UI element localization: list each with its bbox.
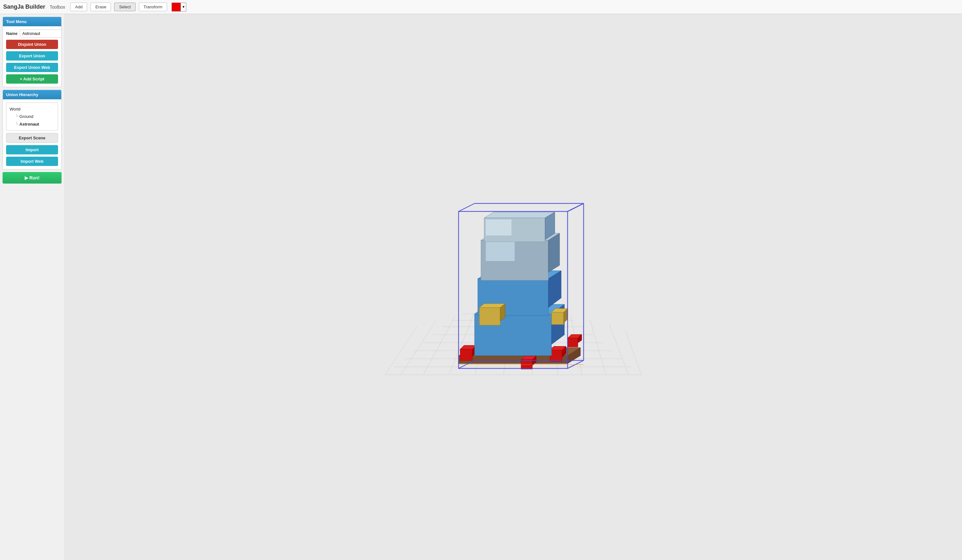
add-script-button[interactable]: + Add Script bbox=[6, 74, 58, 84]
svg-line-19 bbox=[609, 324, 628, 375]
union-hierarchy-panel: Union Hierarchy World └ Ground └ Astrona… bbox=[3, 90, 61, 169]
tree-connector-astronaut: └ bbox=[15, 121, 18, 128]
name-input[interactable] bbox=[20, 29, 61, 37]
tree-world[interactable]: World bbox=[10, 105, 55, 113]
export-scene-button[interactable]: Export Scene bbox=[6, 133, 58, 143]
union-hierarchy-header: Union Hierarchy bbox=[3, 90, 61, 99]
svg-rect-27 bbox=[550, 350, 562, 361]
color-picker[interactable]: ▼ bbox=[171, 3, 186, 11]
side-pack bbox=[552, 309, 568, 325]
svg-rect-30 bbox=[568, 338, 578, 347]
svg-rect-42 bbox=[479, 307, 500, 325]
svg-rect-24 bbox=[460, 349, 472, 360]
app-title: SangJa Builder bbox=[3, 3, 45, 10]
svg-marker-50 bbox=[548, 233, 560, 272]
tree-children: └ Ground └ Astronaut bbox=[10, 113, 55, 128]
run-button[interactable]: ▶ Run! bbox=[3, 172, 61, 183]
tree-connector-ground: └ bbox=[15, 113, 18, 120]
red-cube-br bbox=[568, 335, 582, 347]
svg-marker-52 bbox=[484, 212, 555, 218]
header: SangJa Builder Toolbox Add Erase Select … bbox=[0, 0, 962, 14]
disjoint-union-button[interactable]: Disjoint Union bbox=[6, 40, 58, 49]
svg-line-9 bbox=[385, 327, 417, 375]
svg-line-10 bbox=[401, 320, 436, 375]
import-button[interactable]: Import bbox=[6, 145, 58, 154]
tool-menu-body: Name Disjoint Union Export Union Export … bbox=[3, 26, 61, 87]
export-union-button[interactable]: Export Union bbox=[6, 51, 58, 61]
tool-menu-header: Tool Menu bbox=[3, 17, 61, 26]
svg-rect-55 bbox=[486, 242, 515, 261]
tree-item-astronaut[interactable]: └ Astronaut bbox=[15, 121, 55, 128]
select-button[interactable]: Select bbox=[114, 3, 135, 11]
main-layout: Tool Menu Name Disjoint Union Export Uni… bbox=[0, 14, 962, 560]
tree-ground-label: Ground bbox=[19, 113, 33, 120]
add-button[interactable]: Add bbox=[70, 3, 87, 11]
tree-item-ground[interactable]: └ Ground bbox=[15, 113, 55, 120]
import-web-button[interactable]: Import Web bbox=[6, 157, 58, 166]
toolbox-label: Toolbox bbox=[50, 5, 65, 10]
svg-line-20 bbox=[625, 330, 641, 375]
viewport[interactable] bbox=[64, 14, 962, 560]
svg-line-12 bbox=[449, 312, 475, 375]
svg-line-57 bbox=[458, 203, 475, 211]
name-label: Name bbox=[6, 31, 17, 36]
name-row: Name bbox=[6, 29, 58, 37]
sidebar: Tool Menu Name Disjoint Union Export Uni… bbox=[0, 14, 64, 560]
svg-rect-54 bbox=[486, 219, 512, 235]
erase-button[interactable]: Erase bbox=[90, 3, 111, 11]
union-hierarchy-body: World └ Ground └ Astronaut Export Scene … bbox=[3, 99, 61, 169]
tree-astronaut-label: Astronaut bbox=[19, 121, 39, 128]
svg-line-18 bbox=[590, 320, 606, 375]
scene-svg bbox=[369, 189, 657, 407]
svg-line-60 bbox=[568, 203, 584, 211]
hierarchy-tree: World └ Ground └ Astronaut bbox=[6, 103, 58, 131]
tool-menu-panel: Tool Menu Name Disjoint Union Export Uni… bbox=[3, 17, 61, 87]
svg-line-11 bbox=[423, 315, 455, 375]
color-swatch[interactable] bbox=[171, 3, 181, 11]
svg-rect-45 bbox=[552, 312, 564, 325]
export-union-web-button[interactable]: Export Union Web bbox=[6, 63, 58, 72]
transform-button[interactable]: Transform bbox=[139, 3, 167, 11]
color-dropdown-icon[interactable]: ▼ bbox=[181, 3, 186, 11]
svg-rect-33 bbox=[521, 359, 532, 369]
red-cube-bc bbox=[521, 356, 536, 369]
